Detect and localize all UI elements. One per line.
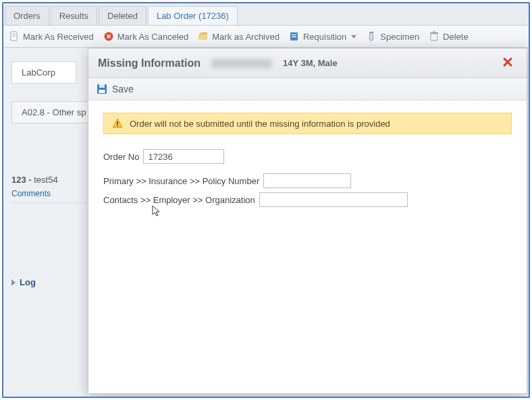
requisition-label: Requisition (303, 32, 346, 42)
document-icon (9, 31, 20, 42)
svg-rect-2 (12, 36, 16, 36)
tab-deleted[interactable]: Deleted (99, 6, 147, 25)
close-icon (502, 57, 513, 67)
delete-label: Delete (443, 32, 469, 42)
missing-info-modal: Missing Information 14Y 3M, Male Save (88, 48, 527, 394)
delete-button[interactable]: Delete (429, 31, 469, 42)
code-prefix: 123 - (11, 175, 34, 185)
save-button[interactable]: Save (97, 84, 134, 94)
specimen-icon (366, 31, 377, 42)
mark-received-button[interactable]: Mark As Received (9, 31, 94, 42)
policy-number-input[interactable] (263, 173, 351, 188)
svg-rect-14 (433, 32, 435, 33)
policy-row: Primary >> Insurance >> Policy Number (103, 173, 512, 188)
tab-lab-order[interactable]: Lab Order (17236) (148, 6, 238, 25)
modal-body: Order will not be submitted until the mi… (88, 101, 527, 229)
code-suffix: test54 (34, 175, 57, 185)
svg-rect-12 (431, 34, 437, 40)
organization-row: Contacts >> Employer >> Organization (103, 192, 512, 207)
patient-meta: 14Y 3M, Male (283, 58, 338, 68)
svg-rect-18 (117, 121, 118, 125)
policy-number-label: Primary >> Insurance >> Policy Number (103, 176, 259, 186)
mark-received-label: Mark As Received (23, 32, 94, 42)
modal-header: Missing Information 14Y 3M, Male (88, 49, 527, 78)
mark-canceled-button[interactable]: Mark As Canceled (103, 31, 189, 42)
close-button[interactable] (498, 55, 517, 71)
trash-icon (429, 31, 440, 42)
organization-input[interactable] (259, 192, 408, 207)
save-icon (97, 84, 107, 94)
svg-rect-9 (292, 36, 296, 37)
order-no-label: Order No (103, 152, 139, 162)
tab-bar: Orders Results Deleted Lab Order (17236) (3, 3, 529, 26)
warning-icon (112, 118, 123, 129)
mark-canceled-label: Mark As Canceled (117, 32, 189, 42)
save-label: Save (112, 84, 134, 94)
svg-rect-6 (198, 34, 207, 40)
action-toolbar: Mark As Received Mark As Canceled Mark a… (3, 26, 529, 48)
warning-banner: Order will not be submitted until the mi… (103, 113, 512, 134)
order-no-row: Order No (103, 149, 512, 164)
svg-rect-8 (292, 34, 296, 35)
specimen-button[interactable]: Specimen (366, 31, 419, 42)
diagnosis-chip[interactable]: A02.8 - Other sp (11, 101, 96, 123)
svg-rect-1 (12, 34, 16, 34)
svg-rect-19 (117, 125, 118, 127)
mark-archived-label: Mark as Archived (212, 32, 280, 42)
log-label: Log (20, 277, 36, 287)
form-icon (289, 31, 300, 42)
cancel-icon (103, 31, 114, 42)
requisition-dropdown[interactable]: Requisition (289, 31, 356, 42)
warning-text: Order will not be submitted until the mi… (130, 119, 390, 129)
mark-archived-button[interactable]: Mark as Archived (198, 31, 280, 42)
redacted-patient-name (211, 59, 272, 68)
organization-label: Contacts >> Employer >> Organization (103, 195, 255, 205)
archive-icon (198, 31, 209, 42)
chevron-down-icon (351, 35, 356, 38)
tab-orders[interactable]: Orders (5, 6, 49, 25)
modal-toolbar: Save (88, 78, 527, 101)
modal-title: Missing Information (98, 57, 201, 69)
tab-results[interactable]: Results (51, 6, 97, 25)
specimen-label: Specimen (380, 32, 419, 42)
modal-title-block: Missing Information 14Y 3M, Male (98, 57, 338, 69)
svg-rect-11 (370, 33, 373, 40)
order-no-input[interactable] (143, 149, 224, 164)
app-frame: Orders Results Deleted Lab Order (17236)… (2, 2, 530, 398)
chevron-right-icon (11, 279, 16, 286)
lab-chip[interactable]: LabCorp (11, 61, 76, 84)
svg-rect-17 (99, 90, 105, 93)
svg-rect-16 (99, 84, 105, 88)
